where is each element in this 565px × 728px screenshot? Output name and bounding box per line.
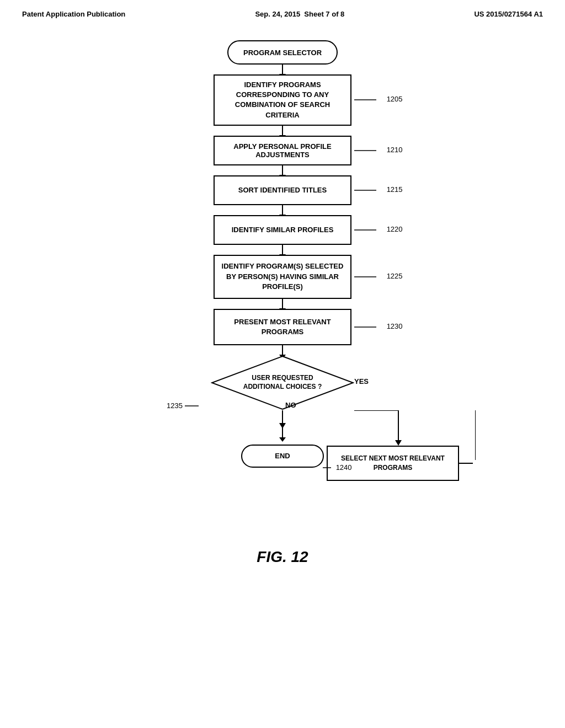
yes-label: YES	[354, 377, 369, 386]
page-header: Patent Application Publication Sep. 24, …	[0, 0, 565, 24]
header-publication: Patent Application Publication	[22, 10, 125, 18]
node-end: END	[241, 445, 324, 468]
node-program-selector: PROGRAM SELECTOR	[227, 40, 338, 65]
ref-1205: 1205	[354, 94, 403, 105]
ref-1225: 1225	[354, 271, 403, 282]
ref-1235: 1235	[167, 402, 201, 410]
ref-1210: 1210	[354, 145, 403, 156]
no-label: NO	[285, 401, 296, 409]
branch-area: SELECT NEXT MOST RELEVANT PROGRAMS 1240 …	[89, 410, 476, 532]
figure-caption: FIG. 12	[257, 548, 308, 566]
header-patent-num: US 2015/0271564 A1	[474, 10, 543, 18]
node-1235-label: USER REQUESTED ADDITIONAL CHOICES ?	[233, 374, 332, 391]
ref-1220: 1220	[354, 224, 403, 235]
ref-1240: 1240	[323, 463, 352, 472]
header-date-sheet: Sep. 24, 2015 Sheet 7 of 8	[255, 10, 344, 18]
diagram-area: PROGRAM SELECTOR IDENTIFY PROGRAMS CORRE…	[0, 24, 565, 566]
ref-1215: 1215	[354, 185, 403, 196]
node-1210: APPLY PERSONAL PROFILE ADJUSTMENTS	[214, 136, 351, 165]
flowchart: PROGRAM SELECTOR IDENTIFY PROGRAMS CORRE…	[89, 40, 476, 532]
ref-1230: 1230	[354, 322, 403, 333]
node-1225: IDENTIFY PROGRAM(S) SELECTED BY PERSON(S…	[214, 255, 351, 299]
svg-marker-12	[395, 440, 402, 446]
node-1230: PRESENT MOST RELEVANT PROGRAMS	[214, 309, 351, 345]
node-1215: SORT IDENTIFIED TITLES	[214, 175, 351, 205]
node-1235-diamond: USER REQUESTED ADDITIONAL CHOICES ?	[211, 355, 354, 410]
node-1220: IDENTIFY SIMILAR PROFILES	[214, 215, 351, 245]
node-1205: IDENTIFY PROGRAMS CORRESPONDING TO ANY C…	[214, 74, 351, 126]
